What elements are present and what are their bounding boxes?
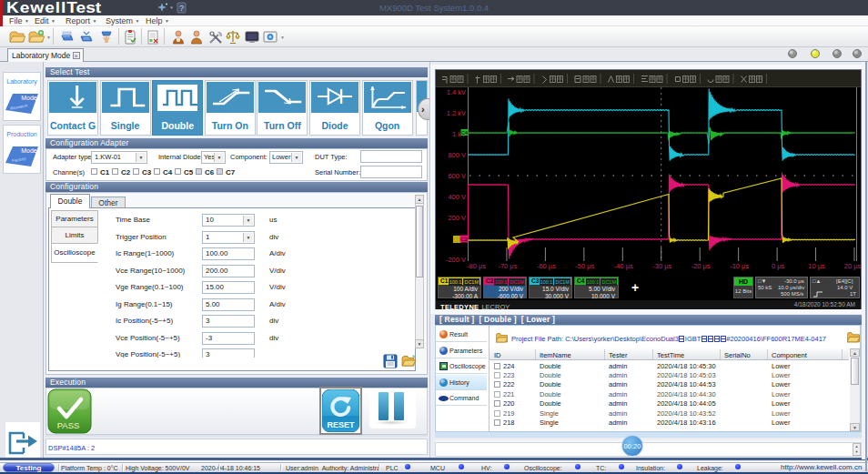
svg-text:1.2 kV: 1.2 kV xyxy=(447,109,466,117)
svg-text:800 V: 800 V xyxy=(448,151,466,159)
svg-text:200 V: 200 V xyxy=(448,214,466,222)
svg-text:-200 V: -200 V xyxy=(446,256,466,264)
svg-text:-20 μs: -20 μs xyxy=(691,262,711,270)
svg-text:RESET: RESET xyxy=(327,420,355,429)
svg-text:600 V: 600 V xyxy=(448,172,466,180)
svg-text:20 μs: 20 μs xyxy=(844,262,862,270)
svg-text:Mode: Mode xyxy=(21,147,37,154)
svg-text:-70 μs: -70 μs xyxy=(498,262,517,270)
svg-text:C2: C2 xyxy=(460,237,468,242)
svg-text:0 μs: 0 μs xyxy=(772,262,785,270)
svg-text:-10 μs: -10 μs xyxy=(730,262,749,270)
svg-text:Mode: Mode xyxy=(21,95,37,101)
svg-text:PASS: PASS xyxy=(57,420,80,430)
svg-text:C4: C4 xyxy=(461,130,468,136)
svg-text:-60 μs: -60 μs xyxy=(537,262,556,270)
svg-text:10 μs: 10 μs xyxy=(808,262,825,270)
svg-text:-80 μs: -80 μs xyxy=(467,262,486,270)
svg-text:-40 μs: -40 μs xyxy=(614,262,633,270)
svg-text:-50 μs: -50 μs xyxy=(575,262,594,270)
svg-text:1.4 kV: 1.4 kV xyxy=(447,88,466,96)
svg-text:400 V: 400 V xyxy=(448,193,466,201)
svg-text:-30 μs: -30 μs xyxy=(652,262,671,270)
